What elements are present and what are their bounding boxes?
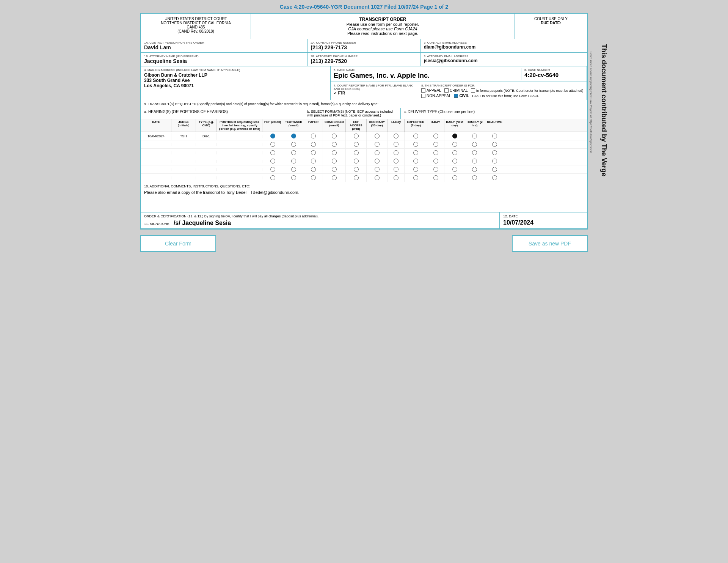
case-section: 5. CASE NAME Epic Games, Inc. v. Apple I… [331, 66, 587, 100]
col-realtime-header: REALTIME [484, 119, 505, 132]
address-case-row: 4. MAILING ADDRESS (INCLUDE LAW FIRM NAM… [141, 66, 587, 100]
side-text-learn: Learn more about supporting Free Law Pro… [589, 52, 593, 203]
table-row [141, 140, 587, 149]
court-use-only: COURT USE ONLY DUE DATE: [515, 14, 587, 39]
attorney-name-cell: 1b. ATTORNEY NAME (if different) Jacquel… [141, 53, 308, 66]
contact-phone-cell: 2a. CONTACT PHONE NUMBER (213) 229-7173 [308, 39, 421, 52]
case-number-block: 6. CASE NUMBER 4:20-cv-5640 [521, 68, 584, 80]
in-forma-note: In forma pauperis (NOTE: Court order for… [471, 88, 584, 93]
col-portion-header: PORTION If requesting less than full hea… [217, 119, 262, 132]
civil-checkbox[interactable]: CIVIL [454, 94, 469, 98]
comments-section: 10. ADDITIONAL COMMENTS, INSTRUCTIONS, Q… [141, 182, 587, 212]
case-name-area: 5. CASE NAME Epic Games, Inc. v. Apple I… [331, 66, 587, 82]
sub-header-b: b. SELECT FORMAT(S) (NOTE: ECF access is… [304, 108, 401, 119]
col-14day-header: 14-Day [388, 119, 405, 132]
attorney-email-cell: 3. ATTORNEY EMAIL ADDRESS jsesia@gibsond… [421, 53, 587, 66]
ftr-cell: 7. COURT REPORTER NAME ( FOR FTR, LEAVE … [331, 82, 418, 100]
col-text-header: TEXT/ASCII (email) [283, 119, 304, 132]
address-block: 4. MAILING ADDRESS (INCLUDE LAW FIRM NAM… [141, 66, 331, 100]
col-expedited-header: EXPEDITED (7-day) [405, 119, 427, 132]
save-pdf-button[interactable]: Save as new PDF [512, 235, 588, 252]
table-row [141, 165, 587, 174]
cert-block: ORDER & CERTIFICATION (11. & 12.) By sig… [141, 212, 500, 228]
col-condensed-header: CONDENSED (email) [323, 119, 346, 132]
court-info: UNITED STATES DISTRICT COURT NORTHERN DI… [141, 14, 251, 39]
col-3day-header: 3-DAY [427, 119, 444, 132]
contact-row-2: 1b. ATTORNEY NAME (if different) Jacquel… [141, 53, 587, 66]
appeal-checkbox[interactable]: APPEAL [421, 88, 441, 93]
table-row [141, 157, 587, 165]
table-col-headers: DATE JUDGE (initials) TYPE (e.g. CMC) PO… [141, 119, 587, 132]
sub-headers: a. HEARING(S) (OR PORTIONS OF HEARINGS) … [141, 108, 587, 119]
table-row [141, 149, 587, 157]
table-rows-container: 10/04/2024TSHDisc. [141, 132, 587, 182]
transcript-title: TRANSCRIPT ORDER Please use one form per… [251, 14, 515, 39]
contact-email-cell: 3. CONTACT EMAIL ADDRESS dlam@gibsondunn… [421, 39, 587, 52]
col-judge-header: JUDGE (initials) [171, 119, 196, 132]
contact-row-1: 1a. CONTACT PERSON FOR THIS ORDER David … [141, 39, 587, 53]
col-ordinary-header: ORDINARY (30-day) [367, 119, 388, 132]
col-pdf-header: PDF (email) [262, 119, 283, 132]
col-hourly-header: HOURLY (2 hrs) [465, 119, 484, 132]
bottom-bar: Clear Form Save as new PDF [140, 230, 588, 258]
page-header: Case 4:20-cv-05640-YGR Document 1027 Fil… [140, 4, 588, 10]
criminal-checkbox[interactable]: CRIMINAL [444, 88, 468, 93]
col-ecf-header: ECF ACCESS (web) [346, 119, 367, 132]
col-date-header: DATE [141, 119, 171, 132]
attorney-phone-cell: 2b. ATTORNEY PHONE NUMBER (213) 229-7520 [308, 53, 421, 66]
col-paper-header: PAPER [304, 119, 323, 132]
cja-note: CJA: Do not use this form; use Form CJA2… [472, 94, 540, 98]
non-appeal-checkbox[interactable]: NON-APPEAL [421, 94, 451, 98]
date-block: 12. DATE 10/07/2024 [500, 212, 587, 228]
contact-person-cell: 1a. CONTACT PERSON FOR THIS ORDER David … [141, 39, 308, 52]
header-row: UNITED STATES DISTRICT COURT NORTHERN DI… [141, 14, 587, 39]
section9-header: 9. TRANSCRIPT(S) REQUESTED (Specify port… [141, 100, 587, 108]
signature-row: ORDER & CERTIFICATION (11. & 12.) By sig… [141, 212, 587, 229]
table-row: 10/04/2024TSHDisc. [141, 132, 587, 140]
form-container: UNITED STATES DISTRICT COURT NORTHERN DI… [140, 13, 588, 230]
sub-header-c: c. DELIVERY TYPE (Choose one per line) [401, 108, 587, 119]
table-row [141, 174, 587, 182]
clear-form-button[interactable]: Clear Form [140, 235, 216, 252]
col-type-header: TYPE (e.g. CMC) [196, 119, 217, 132]
sub-header-a: a. HEARING(S) (OR PORTIONS OF HEARINGS) [141, 108, 304, 119]
side-text-verge: This document contributed by The Verge [600, 44, 608, 176]
col-daily-header: DAILY (Next day) [444, 119, 465, 132]
transcript-for-cell: 8. THIS TRANSCRIPT ORDER IS FOR: APPEAL … [418, 82, 587, 100]
